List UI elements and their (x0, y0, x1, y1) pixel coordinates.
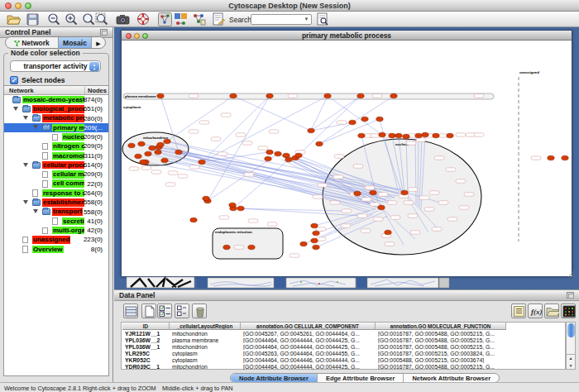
tree-row[interactable]: metabolic process280(0) (4, 114, 108, 123)
function-builder-icon[interactable]: f(x) (528, 304, 543, 318)
network-label[interactable]: mosaic-demo-yeast (22, 96, 84, 104)
network-label[interactable]: establishment of lo (42, 198, 84, 207)
table-row[interactable]: YDR039C__1mitochondrion[GO:0044464, GO:0… (122, 363, 565, 370)
node-color-dropdown[interactable]: transporter activity▲▼ (10, 60, 101, 72)
zoom-selected-icon[interactable] (82, 12, 96, 26)
open-icon[interactable] (7, 12, 21, 26)
save-icon[interactable] (26, 12, 40, 26)
column-header[interactable]: ID (122, 323, 170, 330)
float-panel-icon[interactable] (100, 29, 108, 36)
search-input[interactable]: ▼ (251, 14, 312, 25)
network-label[interactable]: response to stimulu (42, 189, 84, 198)
tab-network-attribute-browser[interactable]: Network Attribute Browser (404, 374, 499, 382)
tree-row[interactable]: cellular process614(0) (4, 160, 108, 170)
tree-row[interactable]: macromolecule311(0) (4, 151, 108, 160)
search-options-icon[interactable] (316, 12, 330, 26)
tree-col-nodes[interactable]: Nodes (84, 87, 107, 94)
import-icon[interactable] (544, 304, 559, 318)
tree-row[interactable]: secretion41(0) (4, 217, 108, 226)
tree-row[interactable]: Overview8(0) (4, 245, 108, 254)
tab-network[interactable]: Network (6, 37, 59, 48)
network-label[interactable]: cellular metabo (52, 170, 84, 179)
window-close-icon[interactable] (126, 33, 132, 39)
network-window-titlebar[interactable]: primary metabolic process (122, 31, 572, 41)
zoom-fit-icon[interactable] (95, 12, 109, 26)
tree-row[interactable]: unassigned223(0) (4, 235, 108, 244)
table-icon[interactable] (123, 304, 138, 318)
help-icon[interactable] (136, 12, 151, 26)
tree-row[interactable]: transport558(0) (4, 208, 108, 217)
zoom-button[interactable] (25, 2, 31, 9)
column-header[interactable]: annotation.GO CELLULAR_COMPONENT (241, 323, 376, 330)
disclosure-triangle-icon[interactable] (23, 200, 28, 204)
network-label[interactable]: unassigned (32, 236, 70, 244)
tab-node-attribute-browser[interactable]: Node Attribute Browser (231, 374, 318, 382)
scrollbar-buttons[interactable]: ▲▼ (567, 354, 575, 369)
tree-row[interactable]: nucleobase-209(0) (4, 132, 108, 141)
new-attribute-icon[interactable] (141, 304, 156, 318)
network-view-icon[interactable] (158, 12, 172, 26)
unselect-attributes-icon[interactable] (175, 304, 189, 318)
network-label[interactable]: biological_process (32, 105, 84, 113)
snapshot-icon[interactable] (116, 12, 130, 26)
scrollbar-thumb[interactable] (567, 323, 575, 337)
delete-attribute-icon[interactable] (192, 304, 207, 318)
network-label[interactable]: nucleobase- (62, 133, 84, 141)
zoom-in-icon[interactable] (65, 12, 79, 26)
tree-row[interactable]: response to stimulu264(0) (4, 189, 108, 198)
network-label[interactable]: primary metabo (52, 124, 84, 132)
select-nodes-checkbox[interactable]: ✓ (10, 76, 18, 84)
search-dropdown-arrow-icon[interactable]: ▼ (303, 16, 310, 23)
tab-mosaic[interactable]: Mosaic (59, 37, 92, 48)
disclosure-triangle-icon[interactable] (33, 125, 38, 129)
disclosure-triangle-icon[interactable] (33, 209, 38, 213)
minimize-button[interactable] (15, 2, 22, 9)
tree-row[interactable]: multi-organism pro42(0) (4, 226, 108, 235)
table-row[interactable]: YJR121W__1mitochondrion[GO:0045267, GO:0… (122, 330, 565, 337)
tree-row[interactable]: establishment of lo558(0) (4, 198, 108, 207)
tab-edge-attribute-browser[interactable]: Edge Attribute Browser (318, 374, 404, 382)
window-minimize-icon[interactable] (134, 33, 140, 39)
attribute-list-icon[interactable] (511, 304, 526, 318)
column-header[interactable]: annotation.GO MOLECULAR_FUNCTION (376, 323, 506, 330)
network-label[interactable]: metabolic process (42, 114, 84, 122)
table-row[interactable]: YLR295Ccytoplasm[GO:0045263, GO:0044464,… (122, 350, 565, 356)
tree-row[interactable]: cell communicat22(0) (4, 179, 108, 189)
layout-icon[interactable] (192, 12, 206, 26)
network-label[interactable]: nitrogen compo (52, 142, 84, 151)
window-zoom-icon[interactable] (142, 33, 148, 39)
network-label[interactable]: multi-organism pro (52, 227, 84, 235)
network-label[interactable]: cell communicat (52, 179, 84, 188)
float-panel-icon[interactable] (567, 292, 574, 299)
zoom-out-icon[interactable] (47, 12, 61, 26)
background-window-thumbnails[interactable] (114, 276, 579, 289)
disclosure-triangle-icon[interactable] (23, 116, 28, 120)
tree-row[interactable]: mosaic-demo-yeast874(0) (4, 95, 108, 104)
table-row[interactable]: YKR052Ccytoplasm[GO:0044464, GO:0044446,… (122, 356, 565, 363)
network-label[interactable]: secretion (62, 218, 84, 226)
column-header[interactable]: _cellularLayoutRegion (170, 323, 241, 330)
network-label[interactable]: Overview (32, 246, 64, 254)
network-label[interactable]: macromolecule (52, 152, 84, 160)
disclosure-triangle-icon[interactable] (13, 107, 18, 111)
tree-row[interactable]: primary metabo209(... (4, 123, 108, 132)
close-button[interactable] (5, 2, 12, 9)
table-row[interactable]: YPL036W__2plasma membrane[GO:0044464, GO… (122, 337, 565, 343)
tree-col-network[interactable]: Network (9, 87, 34, 94)
network-label[interactable]: transport (52, 208, 83, 216)
tree-row[interactable]: biological_process651(0) (4, 104, 108, 113)
network-canvas[interactable]: plasma membranecytoplasmmitochondrionnuc… (122, 41, 572, 276)
annotation-icon[interactable] (212, 12, 226, 26)
tab-overflow-arrow[interactable]: ▶ (92, 37, 105, 48)
table-vertical-scrollbar[interactable]: ▲▼ (566, 322, 576, 370)
table-row[interactable]: YPL036W__1mitochondrion[GO:0044464, GO:0… (122, 343, 565, 350)
window-resize-grip[interactable] (567, 270, 575, 278)
tree-row[interactable]: cellular metabo209(0) (4, 170, 108, 179)
vizmapper-icon[interactable] (174, 12, 188, 26)
document-icon (22, 246, 28, 253)
matrix-icon[interactable] (561, 304, 576, 318)
tree-row[interactable]: nitrogen compo209(0) (4, 141, 108, 151)
disclosure-triangle-icon[interactable] (23, 163, 28, 167)
select-attributes-icon[interactable] (157, 304, 172, 318)
network-label[interactable]: cellular process (42, 161, 84, 170)
